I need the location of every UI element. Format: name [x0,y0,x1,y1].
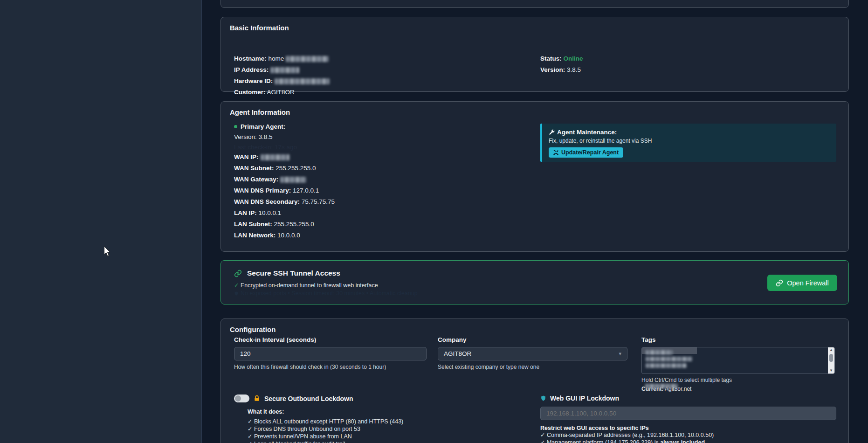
lan-network-value: 10.0.0.0 [277,232,300,239]
ssh-title-row: Secure SSH Tunnel Access [234,269,340,277]
hostname-redacted [286,56,329,62]
tag-redacted-overflow [645,384,678,388]
agent-version-value: Version: 3.8.5 [234,133,273,140]
wan-gateway-redacted [280,177,306,183]
status-row: Status: Online [540,53,583,64]
webgui-item: ✓ Management platform (184.175.206.229) … [540,439,836,443]
wan-subnet-label: WAN Subnet: [234,165,274,172]
wan-dns-primary-row: WAN DNS Primary: 127.0.0.1 [234,185,319,196]
sidebar [0,0,202,443]
open-firewall-button[interactable]: Open Firewall [767,275,837,291]
webgui-lockdown-title: Web GUI IP Lockdown [550,395,619,402]
wan-subnet-value: 255.255.255.0 [276,165,316,172]
wan-dns-primary-value: 127.0.0.1 [293,187,319,194]
company-select[interactable]: AGIT8OR ▾ [438,347,627,360]
configuration-title: Configuration [230,325,276,333]
hostname-value: home [269,55,284,62]
ssh-tunnel-card: Secure SSH Tunnel Access ✓ Encrypted on-… [220,260,849,305]
ip-address-label: IP Address: [234,66,269,73]
link-icon [776,279,783,287]
tags-scrollbar[interactable]: ▲ ▼ [828,347,834,374]
webgui-item: ✓ Comma-separated IP addresses (e.g., 19… [540,431,836,439]
webgui-lockdown-header: Web GUI IP Lockdown [540,395,836,402]
shield-faint-icon [234,291,239,296]
configuration-card: Configuration Check-in Interval (seconds… [220,318,849,443]
tag-option[interactable] [642,360,834,367]
wan-ip-label: WAN IP: [234,153,259,160]
lan-subnet-row: LAN Subnet: 255.255.255.0 [234,219,314,230]
lockdown-item: ✓ Prevents tunnel/VPN abuse from LAN [248,433,403,440]
shield-icon [540,395,546,401]
version-value: 3.8.5 [567,66,581,73]
main-content: Basic Information Hostname: home IP Addr… [220,0,849,443]
wan-dns-secondary-label: WAN DNS Secondary: [234,198,300,205]
company-column: Company AGIT8OR ▾ Select existing compan… [438,336,627,370]
hardware-id-row: Hardware ID: [234,76,330,87]
scroll-up-button[interactable]: ▲ [829,347,833,353]
chevron-down-icon: ▾ [619,351,621,357]
customer-value: AGIT8OR [267,89,295,96]
tools-crossed-icon [553,150,558,155]
checkin-helper: How often this firewall should check in … [234,364,427,370]
checkin-input[interactable] [234,347,427,360]
tags-label: Tags [641,336,835,343]
ssh-title: Secure SSH Tunnel Access [247,269,340,277]
lockdown-item: ✓ Forces DNS through Unbound on port 53 [248,425,403,433]
tags-multiselect[interactable]: ▲ ▼ [641,347,835,374]
always-included-bold: always included [660,439,705,443]
hardware-id-label: Hardware ID: [234,77,273,84]
agent-maintenance-panel: Agent Maintenance: Fix, update, or reins… [540,124,836,162]
lan-ip-row: LAN IP: 10.0.0.1 [234,208,281,219]
link-icon [234,270,242,277]
webgui-ip-input[interactable] [540,407,836,420]
scroll-down-button[interactable]: ▼ [829,368,833,374]
tag-option[interactable] [642,354,834,360]
agent-maintenance-title-row: Agent Maintenance: [549,129,830,136]
wan-ip-redacted [261,154,289,160]
ssh-desc: Encrypted on-demand tunnel to firewall w… [241,282,378,289]
agent-online-dot-icon [234,125,237,128]
update-repair-agent-label: Update/Repair Agent [561,149,619,156]
lan-ip-value: 10.0.0.1 [259,209,282,216]
primary-agent-row: Primary Agent: [234,121,285,132]
outbound-lockdown-section: Secure Outbound Lockdown What it does: ✓… [234,395,403,443]
check-icon: ✓ [234,282,239,289]
outbound-lockdown-header: Secure Outbound Lockdown [234,395,403,402]
agent-maintenance-desc: Fix, update, or reinstall the agent via … [549,138,830,144]
lock-icon [254,395,260,402]
previous-card-partial [220,0,849,8]
what-it-does-label: What it does: [248,408,403,415]
basic-information-title: Basic Information [230,24,289,32]
lan-subnet-value: 255.255.255.0 [274,221,314,228]
ssh-faint-row: No exposed ports • Session timeout: 30 m… [234,290,418,297]
tag-option-selected[interactable] [642,347,697,354]
lockdown-item: ✓ Blocks ALL outbound except HTTP (80) a… [248,418,403,425]
primary-agent-label: Primary Agent: [241,123,285,130]
agent-information-title: Agent Information [230,108,290,116]
lan-network-label: LAN Network: [234,232,276,239]
hardware-id-redacted [275,78,330,84]
update-repair-agent-button[interactable]: Update/Repair Agent [549,147,623,158]
customer-label: Customer: [234,89,266,96]
hostname-label: Hostname: [234,55,267,62]
wan-dns-primary-label: WAN DNS Primary: [234,187,291,194]
webgui-restrict-label: Restrict web GUI access to specific IPs [540,425,836,431]
version-row: Version: 3.8.5 [540,64,581,76]
wan-subnet-row: WAN Subnet: 255.255.255.0 [234,163,316,174]
agent-maintenance-title: Agent Maintenance: [557,129,617,136]
ssh-faint-text: No exposed ports • Session timeout: 30 m… [241,290,418,297]
customer-row: Customer: AGIT8OR [234,87,295,98]
lan-subnet-label: LAN Subnet: [234,221,272,228]
mouse-cursor [103,246,111,256]
ssh-desc-row: ✓ Encrypted on-demand tunnel to firewall… [234,282,378,289]
scrollbar-thumb[interactable] [829,354,833,362]
webgui-lockdown-section: Web GUI IP Lockdown Restrict web GUI acc… [540,395,836,443]
agent-information-card: Agent Information Primary Agent: Version… [220,101,849,252]
last-checkin-value: Last check-in: 17s ago [234,144,297,151]
status-label: Status: [540,55,562,62]
outbound-lockdown-toggle[interactable] [234,395,249,402]
hostname-row: Hostname: home [234,53,329,64]
company-label: Company [438,336,627,343]
agent-version-row: Version: 3.8.5 [234,132,273,143]
tags-helper: Hold Ctrl/Cmd to select multiple tags [641,377,835,383]
